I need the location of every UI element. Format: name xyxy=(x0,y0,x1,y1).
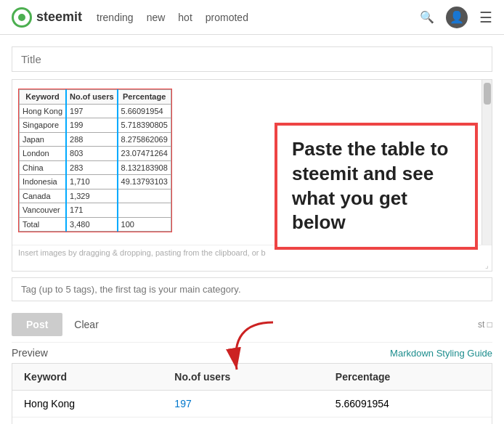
preview-col-pct: Percentage xyxy=(324,364,492,391)
preview-col-keyword: Keyword xyxy=(12,364,163,391)
editor-table-cell: Hong Kong xyxy=(20,104,67,118)
editor-table-cell: London xyxy=(20,147,67,161)
title-input[interactable] xyxy=(12,46,492,72)
hamburger-icon[interactable]: ☰ xyxy=(479,9,492,26)
logo-text: steemit xyxy=(36,9,82,25)
editor-table-cell: Vancouver xyxy=(20,203,67,218)
post-button[interactable]: Post xyxy=(12,313,62,336)
logo-icon xyxy=(12,7,32,28)
clear-button[interactable]: Clear xyxy=(74,319,98,330)
avatar[interactable]: 👤 xyxy=(446,7,468,28)
editor-table-cell: 199 xyxy=(66,118,118,133)
preview-table-cell: 197 xyxy=(163,391,323,417)
col-users: No.of users xyxy=(66,90,118,105)
editor-table-cell: 1,710 xyxy=(66,175,118,189)
editor-table-cell: 197 xyxy=(66,104,118,118)
nav-promoted[interactable]: promoted xyxy=(206,12,248,23)
editor-region: Keyword No.of users Percentage Hong Kong… xyxy=(12,79,492,272)
editor-table-cell: 100 xyxy=(118,217,171,232)
callout-text: Paste the table to steemit and see what … xyxy=(292,138,448,233)
editor-table-cell xyxy=(118,189,171,203)
scrollbar-thumb xyxy=(484,83,491,105)
editor-table-cell: 8.132183908 xyxy=(118,160,171,175)
editor-table-cell: Indonesia xyxy=(20,175,67,189)
preview-table-cell: 199 xyxy=(163,417,323,425)
col-pct: Percentage xyxy=(118,90,171,105)
callout-box: Paste the table to steemit and see what … xyxy=(275,123,478,250)
preview-table-cell: 5.66091954 xyxy=(324,391,492,417)
arrow-icon xyxy=(215,319,302,377)
nav-hot[interactable]: hot xyxy=(178,12,192,23)
editor-table-cell xyxy=(118,203,171,218)
preview-table-cell: Singapore xyxy=(12,417,163,425)
search-icon[interactable]: 🔍 xyxy=(420,10,434,24)
markdown-guide-link[interactable]: Markdown Styling Guide xyxy=(390,348,492,359)
arrow-indicator xyxy=(215,319,302,377)
editor-table-cell: 171 xyxy=(66,203,118,218)
editor-table-cell: 8.275862069 xyxy=(118,132,171,147)
editor-table-cell: 23.07471264 xyxy=(118,147,171,161)
nav-icons: 🔍 👤 ☰ xyxy=(420,7,492,28)
editor-table-cell: 3,480 xyxy=(66,217,118,232)
editor-resize-handle[interactable]: ⌟ xyxy=(12,260,492,271)
editor-table-cell: Total xyxy=(20,217,67,232)
editor-table-cell: 283 xyxy=(66,160,118,175)
editor-table-cell: Singapore xyxy=(20,118,67,133)
navbar: steemit trending new hot promoted 🔍 👤 ☰ xyxy=(0,0,504,35)
editor-scrollbar[interactable] xyxy=(481,80,492,245)
editor-table-cell: 1,329 xyxy=(66,189,118,203)
col-keyword: Keyword xyxy=(20,90,67,105)
nav-new[interactable]: new xyxy=(147,12,166,23)
preview-label: Preview xyxy=(12,347,48,359)
editor-table-cell: Canada xyxy=(20,189,67,203)
editor-table-cell: China xyxy=(20,160,67,175)
editor-table-cell: Japan xyxy=(20,132,67,147)
editor-table-cell: 288 xyxy=(66,132,118,147)
nav-links: trending new hot promoted xyxy=(97,12,420,23)
editor-table-cell: 49.13793103 xyxy=(118,175,171,189)
tag-input[interactable] xyxy=(12,277,492,301)
nav-trending[interactable]: trending xyxy=(97,12,134,23)
editor-table-cell: 5.718390805 xyxy=(118,118,171,133)
preview-table-cell: Hong Kong xyxy=(12,391,163,417)
editor-table: Keyword No.of users Percentage Hong Kong… xyxy=(18,89,172,232)
editor-table-cell: 803 xyxy=(66,147,118,161)
editor-table-cell: 5.66091954 xyxy=(118,104,171,118)
logo[interactable]: steemit xyxy=(12,7,82,28)
draft-checkbox: st □ xyxy=(478,319,492,330)
main-content: Keyword No.of users Percentage Hong Kong… xyxy=(0,35,504,424)
preview-table-cell: 5.718390805 xyxy=(324,417,492,425)
